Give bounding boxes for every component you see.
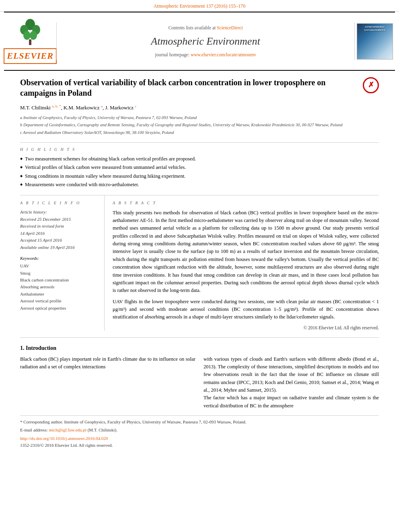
journal-citation-link[interactable]: Atmospheric Environment 137 (2016) 155–1… xyxy=(154,3,246,9)
keyword-aerosols: Absorbing aerosols xyxy=(20,284,98,290)
highlight-item: Smog conditions in mountain valley where… xyxy=(20,173,379,180)
history-received: Received 25 December 2015 xyxy=(20,216,98,222)
email-label: E-mail address: xyxy=(20,427,48,432)
issn-line: 1352-2310/© 2016 Elsevier Ltd. All right… xyxy=(20,442,379,448)
journal-thumbnail: ATMOSPHERIC ENVIRONMENT xyxy=(357,23,393,60)
email-footnote: E-mail address: mich@igf.fuw.edu.pl (M.T… xyxy=(20,427,379,433)
highlights-list: Two measurement schemes for obtaining bl… xyxy=(20,156,379,189)
journal-citation-bar: Atmospheric Environment 137 (2016) 155–1… xyxy=(0,0,399,12)
intro-left-para: Black carbon (BC) plays important role i… xyxy=(20,355,195,371)
highlights-section: H I G H L I G H T S Two measurement sche… xyxy=(20,142,379,189)
journal-homepage-link[interactable]: www.elsevier.com/locate/atmosenv xyxy=(191,52,256,57)
intro-right-para-2: The factor which has a major impact on r… xyxy=(204,394,379,410)
history-title: Article history: xyxy=(20,209,98,215)
intro-columns: Black carbon (BC) plays important role i… xyxy=(20,355,379,410)
intro-right-para-1: with various types of clouds and Earth's… xyxy=(204,355,379,394)
elsevier-logo: ELSEVIER xyxy=(4,48,57,64)
keyword-bc: Black carbon concentration xyxy=(20,277,98,283)
keywords-title: Keywords: xyxy=(20,255,98,261)
crossmark: ✗ xyxy=(363,77,379,93)
article-title: Observation of vertical variability of b… xyxy=(20,77,379,98)
highlight-item: Vertical profiles of black carbon were m… xyxy=(20,164,379,171)
keyword-vertical-profile: Aerosol vertical profile xyxy=(20,298,98,304)
contents-available: Contents lists available at ScienceDirec… xyxy=(61,25,350,31)
affiliation-b: b Department of Geoinformatics, Cartogra… xyxy=(20,122,379,128)
highlight-item: Measurements were conducted with micro-a… xyxy=(20,181,379,189)
affiliation-c: c Aerosol and Radiation Observatory Sola… xyxy=(20,130,379,136)
article-info-label: A R T I C L E I N F O xyxy=(20,200,98,206)
crossmark-icon: ✗ xyxy=(363,77,379,93)
svg-point-3 xyxy=(23,31,31,40)
abstract-paragraph-1: This study presents two methods for obse… xyxy=(113,209,379,295)
author1-name: M.T. Chilinski xyxy=(20,105,51,111)
author1-sup: a, b, * xyxy=(52,104,61,108)
elsevier-tree-icon xyxy=(18,18,42,47)
journal-thumb-title: ATMOSPHERIC ENVIRONMENT xyxy=(357,25,393,32)
keyword-smog: Smog xyxy=(20,270,98,276)
keyword-aethalometer: Aethalometer xyxy=(20,291,98,297)
footnotes-section: * Corresponding author. Institute of Geo… xyxy=(20,415,379,449)
svg-rect-5 xyxy=(29,39,31,45)
doi-link[interactable]: http://dx.doi.org/10.1016/j.atmosenv.201… xyxy=(20,436,108,441)
highlights-label: H I G H L I G H T S xyxy=(20,147,379,152)
intro-right-col: with various types of clouds and Earth's… xyxy=(204,355,379,410)
two-column-layout: A R T I C L E I N F O Article history: R… xyxy=(20,195,379,331)
journal-name: Atmospheric Environment xyxy=(61,34,350,49)
keyword-uav: UAV xyxy=(20,263,98,269)
abstract-paragraph-2: UAV flights in the lower troposphere wer… xyxy=(113,298,379,321)
journal-homepage: journal homepage: www.elsevier.com/locat… xyxy=(61,51,350,58)
svg-point-4 xyxy=(30,31,37,40)
highlight-item: Two measurement schemes for obtaining bl… xyxy=(20,156,379,163)
history-revised-label: Received in revised form xyxy=(20,223,98,229)
author3-sup: c xyxy=(135,104,136,108)
introduction-section: 1. Introduction Black carbon (BC) plays … xyxy=(20,344,379,410)
authors-line: M.T. Chilinski a, b, *, K.M. Markowicz a… xyxy=(20,104,379,112)
article-info-column: A R T I C L E I N F O Article history: R… xyxy=(20,195,105,331)
journal-header-left: ELSEVIER xyxy=(4,16,56,66)
abstract-label: A B S T R A C T xyxy=(113,200,379,206)
article-history: Article history: Received 25 December 20… xyxy=(20,209,98,251)
abstract-text: This study presents two methods for obse… xyxy=(113,209,379,321)
history-revised-date: 14 April 2016 xyxy=(20,230,98,236)
author2-name: K.M. Markowicz xyxy=(64,105,100,111)
sciencedirect-link[interactable]: ScienceDirect xyxy=(217,25,243,30)
history-accepted: Accepted 15 April 2016 xyxy=(20,237,98,243)
journal-header-center: Contents lists available at ScienceDirec… xyxy=(56,23,355,60)
abstract-copyright: © 2016 Elsevier Ltd. All rights reserved… xyxy=(113,325,379,331)
keyword-optical: Aerosol optical properties xyxy=(20,305,98,311)
author2-sup: a xyxy=(101,104,103,108)
abstract-column: A B S T R A C T This study presents two … xyxy=(113,195,379,331)
affiliation-a: a Institute of Geophysics, Faculty of Ph… xyxy=(20,115,379,121)
doi-line: http://dx.doi.org/10.1016/j.atmosenv.201… xyxy=(20,435,379,442)
intro-section-number: 1. Introduction xyxy=(20,344,379,352)
email-link[interactable]: mich@igf.fuw.edu.pl xyxy=(49,427,86,432)
history-available: Available online 19 April 2016 xyxy=(20,244,98,251)
intro-left-col: Black carbon (BC) plays important role i… xyxy=(20,355,195,410)
main-content: ✗ Observation of vertical variability of… xyxy=(0,77,399,449)
journal-header-right: ATMOSPHERIC ENVIRONMENT xyxy=(355,23,395,60)
divider xyxy=(20,337,379,338)
corresponding-footnote: * Corresponding author. Institute of Geo… xyxy=(20,419,379,425)
keywords-section: Keywords: UAV Smog Black carbon concentr… xyxy=(20,255,98,311)
author3-name: J. Markowicz xyxy=(105,105,134,111)
journal-header: ELSEVIER Contents lists available at Sci… xyxy=(4,12,395,71)
email-note: (M.T. Chilinski). xyxy=(88,427,117,432)
